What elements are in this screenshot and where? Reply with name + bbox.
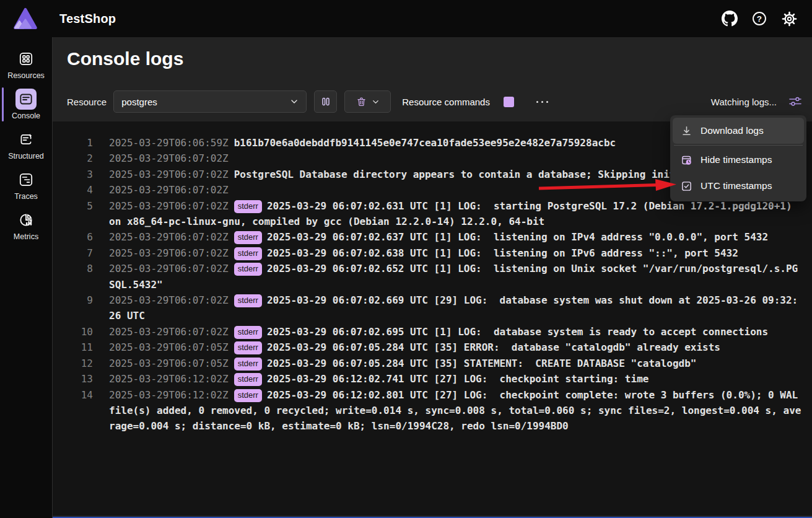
menu-divider (674, 145, 803, 146)
log-timestamp: 2025-03-29T06:07:02Z (109, 326, 229, 338)
stderr-badge: stderr (234, 263, 262, 276)
log-timestamp: 2025-03-29T06:07:05Z (109, 358, 229, 369)
menu-item-hide-timestamps[interactable]: Hide timestamps (673, 147, 804, 173)
stderr-badge: stderr (234, 200, 262, 213)
github-button[interactable] (720, 9, 739, 28)
sidebar-item-resources[interactable]: Resources (0, 45, 53, 85)
log-timestamp: 2025-03-29T06:07:02Z (109, 247, 229, 259)
resource-label: Resource (67, 97, 107, 107)
metrics-icon (15, 209, 37, 230)
sidebar-item-structured[interactable]: Structured (0, 125, 53, 165)
app-title: TestShop (59, 12, 116, 26)
hide-timestamps-icon (681, 154, 692, 166)
clear-logs-split-button[interactable] (344, 90, 391, 113)
log-line: 122025-03-29T06:07:05Zstderr2025-03-29 0… (109, 356, 812, 371)
watching-logs-status: Watching logs... (711, 97, 777, 107)
stderr-badge: stderr (234, 326, 262, 339)
log-line-number: 14 (67, 387, 93, 403)
stderr-badge: stderr (234, 341, 262, 354)
log-timestamp: 2025-03-29T06:07:02Z (109, 231, 229, 243)
log-timestamp: 2025-03-29T06:07:02Z (109, 184, 229, 196)
stderr-badge: stderr (234, 294, 262, 307)
log-message: 2025-03-29 06:07:02.637 UTC [1] LOG: lis… (267, 231, 768, 243)
resource-select-value: postgres (121, 97, 290, 107)
settings-gear-icon (781, 11, 798, 27)
sidebar-item-label: Resources (7, 71, 45, 80)
log-line-number: 12 (67, 356, 93, 371)
sidebar-item-traces[interactable]: Traces (0, 165, 53, 206)
menu-item-label: Download logs (701, 125, 764, 136)
chevron-down-icon (290, 97, 299, 106)
log-timestamp: 2025-03-29T06:07:05Z (109, 341, 229, 353)
log-line: 82025-03-29T06:07:02Zstderr2025-03-29 06… (109, 261, 812, 292)
sidebar-item-label: Structured (8, 152, 44, 160)
log-timestamp: 2025-03-29T06:12:02Z (109, 389, 229, 401)
structured-icon (15, 129, 37, 150)
log-line: 142025-03-29T06:12:02Zstderr2025-03-29 0… (109, 387, 812, 434)
log-message: 2025-03-29 06:07:05.284 UTC [35] STATEME… (267, 358, 697, 369)
stderr-badge: stderr (234, 389, 262, 402)
sidebar-item-console[interactable]: Console (0, 85, 53, 125)
console-logs-page: Console logs Resource postgres (53, 37, 812, 518)
github-icon (722, 11, 738, 27)
trash-icon (356, 97, 367, 107)
menu-item-utc-timestamps[interactable]: UTC timestamps (673, 173, 804, 199)
log-line-number: 3 (67, 167, 93, 182)
log-timestamp: 2025-03-29T06:07:02Z (109, 200, 229, 212)
help-button[interactable]: ? (750, 9, 769, 28)
log-line: 72025-03-29T06:07:02Zstderr2025-03-29 06… (109, 245, 812, 261)
log-line: 102025-03-29T06:07:02Zstderr2025-03-29 0… (109, 324, 812, 340)
log-line-number: 9 (67, 292, 93, 308)
checked-checkbox-icon (681, 180, 692, 192)
pause-logs-button[interactable] (314, 90, 337, 113)
svg-text:?: ? (757, 14, 762, 24)
log-line-number: 2 (67, 151, 93, 166)
log-line: 62025-03-29T06:07:02Zstderr2025-03-29 06… (109, 229, 812, 245)
more-commands-button[interactable] (533, 97, 552, 107)
log-line-number: 1 (67, 135, 93, 151)
sidebar-item-metrics[interactable]: Metrics (0, 206, 53, 246)
log-line-number: 8 (67, 261, 93, 276)
menu-item-download-logs[interactable]: Download logs (673, 118, 804, 144)
log-line: 132025-03-29T06:12:02Zstderr2025-03-29 0… (109, 371, 812, 387)
log-options-menu: Download logs Hide timestamps UTC timest… (670, 115, 806, 201)
sidebar-item-label: Metrics (14, 232, 38, 241)
log-message: 2025-03-29 06:07:02.638 UTC [1] LOG: lis… (267, 247, 738, 259)
stderr-badge: stderr (234, 231, 262, 244)
log-line-number: 13 (67, 371, 93, 387)
traces-icon (15, 169, 37, 190)
log-line: 52025-03-29T06:07:02Zstderr2025-03-29 06… (109, 198, 812, 230)
log-timestamp: 2025-03-29T06:07:02Z (109, 263, 229, 274)
resource-select[interactable]: postgres (113, 90, 307, 113)
log-line-number: 6 (67, 229, 93, 245)
log-line: 112025-03-29T06:07:05Zstderr2025-03-29 0… (109, 340, 812, 355)
ellipsis-icon (536, 101, 538, 103)
resource-commands-label: Resource commands (402, 97, 490, 107)
log-timestamp: 2025-03-29T06:07:02Z (109, 169, 229, 180)
console-toolbar: Resource postgres (67, 90, 803, 113)
log-message: 2025-03-29 06:07:05.284 UTC [35] ERROR: … (267, 341, 720, 353)
resources-icon (15, 48, 37, 69)
log-line-number: 5 (67, 198, 93, 214)
stderr-badge: stderr (234, 247, 262, 260)
log-settings-button[interactable] (788, 95, 803, 108)
chevron-down-icon (372, 98, 380, 106)
menu-item-label: Hide timestamps (701, 154, 772, 165)
pause-icon (321, 97, 331, 107)
menu-item-label: UTC timestamps (701, 180, 772, 191)
download-icon (681, 125, 692, 137)
log-line-number: 4 (67, 182, 93, 198)
log-message: b161b70e6a0debddfb9141145e0e747cea10fade… (234, 137, 616, 149)
log-message: 2025-03-29 06:12:02.741 UTC [27] LOG: ch… (267, 373, 649, 385)
stderr-badge: stderr (234, 373, 262, 386)
top-header: TestShop ? (0, 0, 812, 37)
log-timestamp: 2025-03-29T06:06:59Z (109, 137, 229, 149)
stderr-badge: stderr (234, 358, 262, 371)
log-timestamp: 2025-03-29T06:12:02Z (109, 373, 229, 385)
log-line-number: 10 (67, 324, 93, 340)
log-timestamp: 2025-03-29T06:07:02Z (109, 152, 229, 164)
left-nav: Resources Console Structured Tra (0, 37, 53, 518)
stop-command-button[interactable] (504, 97, 514, 107)
settings-button[interactable] (780, 9, 798, 28)
log-message: PostgreSQL Database directory appears to… (234, 169, 735, 180)
